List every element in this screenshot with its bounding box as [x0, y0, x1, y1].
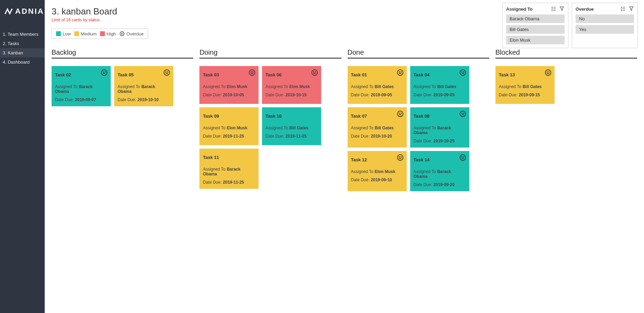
svg-point-32 — [463, 113, 464, 114]
filters: Assigned To Barack ObamaBill GatesElon M… — [502, 3, 638, 48]
card-assigned-row: Assigned ToElon Musk — [351, 169, 403, 174]
svg-point-40 — [547, 72, 547, 72]
assigned-label: Assigned To — [265, 84, 288, 89]
kanban-card[interactable]: Task 08Assigned ToBarack ObamaDate Due:2… — [410, 107, 469, 148]
nav-item[interactable]: 4. Dashboard — [0, 57, 45, 67]
legend-low: Low — [56, 31, 71, 36]
kanban-card[interactable]: Task 07Assigned ToBill GatesDate Due:201… — [348, 107, 407, 148]
svg-point-13 — [165, 72, 166, 72]
kanban-card[interactable]: Task 14Assigned ToBarack ObamaDate Due:2… — [410, 151, 469, 191]
checklist-icon[interactable] — [551, 6, 556, 12]
kanban-card[interactable]: Task 02Assigned ToBarack ObamaDate Due:2… — [52, 66, 111, 106]
kanban-column: DoneTask 01Assigned ToBill GatesDate Due… — [348, 48, 489, 191]
funnel-icon[interactable] — [629, 6, 634, 12]
card-due-row: Date Due:2019-11-25 — [265, 134, 318, 139]
sad-face-icon — [248, 69, 256, 76]
logo: ADNIA — [0, 0, 45, 30]
card-due-row: Date Due:2019-10-15 — [265, 93, 318, 97]
kanban-card[interactable]: Task 05Assigned ToBarack ObamaDate Due:2… — [114, 66, 173, 106]
card-due-row: Date Due:2019-09-15 — [499, 93, 551, 97]
filter-option[interactable]: Barack Obama — [506, 14, 565, 23]
kanban-card[interactable]: Task 09Assigned ToElon MuskDate Due:2019… — [199, 107, 259, 145]
svg-point-2 — [122, 33, 123, 33]
swatch-low-icon — [56, 31, 61, 36]
column-title: Doing — [199, 48, 341, 58]
brand-text: ADNIA — [15, 7, 44, 16]
card-assigned-row: Assigned ToBarack Obama — [55, 84, 107, 94]
due-value: 2019-10-10 — [138, 97, 159, 102]
sad-face-icon — [119, 31, 125, 36]
assigned-value: Bill Gates — [375, 84, 394, 89]
assigned-label: Assigned To — [203, 84, 225, 89]
card-due-row: Date Due:2019-10-05 — [203, 93, 255, 97]
sad-face-icon — [163, 69, 171, 76]
page-title: 3. kanban Board — [52, 6, 148, 17]
assigned-value: Bill Gates — [375, 126, 394, 130]
svg-point-21 — [397, 70, 403, 76]
kanban-board: BacklogTask 02Assigned ToBarack ObamaDat… — [52, 48, 637, 191]
card-task-name: Task 06 — [265, 72, 318, 77]
kanban-card[interactable]: Task 10Assigned ToBill GatesDate Due:201… — [262, 107, 321, 145]
svg-point-23 — [401, 72, 401, 72]
assigned-value: Elon Musk — [227, 84, 247, 89]
due-label: Date Due: — [265, 134, 284, 139]
filter-option[interactable]: Elon Musk — [506, 36, 565, 44]
nav-item[interactable]: 3. Kanban — [0, 48, 45, 57]
card-task-name: Task 10 — [265, 114, 318, 119]
svg-point-31 — [461, 113, 462, 114]
card-due-row: Date Due:2019-09-05 — [414, 93, 466, 97]
svg-point-20 — [315, 72, 316, 72]
kanban-card[interactable]: Task 04Assigned ToBill GatesDate Due:201… — [410, 66, 469, 104]
nav-item[interactable]: 2. Tasks — [0, 39, 45, 48]
card-task-name: Task 04 — [414, 72, 466, 77]
card-due-row: Date Due:2019-09-07 — [55, 97, 107, 102]
nav-item[interactable]: 1. Team Members — [0, 30, 45, 39]
svg-point-24 — [460, 70, 466, 76]
svg-point-37 — [461, 156, 462, 157]
assigned-value: Bill Gates — [289, 126, 308, 130]
kanban-card[interactable]: Task 01Assigned ToBill GatesDate Due:201… — [348, 66, 407, 104]
due-value: 2019-09-20 — [434, 182, 455, 187]
due-label: Date Due: — [203, 93, 221, 97]
filter-option[interactable]: No — [576, 14, 634, 23]
card-assigned-row: Assigned ToBarack Obama — [414, 169, 466, 179]
swatch-high-icon — [100, 31, 105, 36]
sad-face-icon — [100, 69, 108, 76]
card-task-name: Task 02 — [55, 72, 107, 77]
checklist-icon[interactable] — [620, 6, 626, 12]
card-task-name: Task 08 — [414, 114, 466, 119]
card-due-row: Date Due:2019-09-10 — [351, 177, 403, 182]
filter-option[interactable]: Bill Gates — [506, 25, 565, 34]
due-value: 2019-09-05 — [434, 93, 455, 97]
card-assigned-row: Assigned ToBill Gates — [351, 84, 403, 89]
kanban-card[interactable]: Task 11Assigned ToBarack ObamaDate Due:2… — [199, 149, 259, 189]
assigned-label: Assigned To — [414, 126, 436, 130]
assigned-label: Assigned To — [118, 84, 140, 89]
funnel-icon[interactable] — [559, 6, 565, 12]
kanban-card[interactable]: Task 13Assigned ToBill GatesDate Due:201… — [495, 66, 555, 104]
svg-point-11 — [105, 72, 106, 72]
card-task-name: Task 07 — [351, 114, 403, 119]
card-assigned-row: Assigned ToBill Gates — [265, 126, 318, 130]
assigned-label: Assigned To — [55, 84, 77, 89]
assigned-label: Assigned To — [351, 126, 373, 130]
svg-point-14 — [167, 72, 168, 72]
assigned-label: Assigned To — [351, 169, 373, 174]
filter-option[interactable]: Yes — [576, 25, 634, 34]
kanban-card[interactable]: Task 06Assigned ToElon MuskDate Due:2019… — [262, 66, 321, 104]
card-due-row: Date Due:2019-11-25 — [203, 180, 255, 185]
filter-overdue-title: Overdue — [576, 7, 594, 12]
kanban-card[interactable]: Task 03Assigned ToElon MuskDate Due:2019… — [199, 66, 259, 104]
kanban-card[interactable]: Task 12Assigned ToElon MuskDate Due:2019… — [348, 151, 407, 191]
assigned-value: Elon Musk — [375, 169, 395, 174]
card-due-row: Date Due:2019-09-20 — [414, 182, 466, 187]
assigned-value: Bill Gates — [437, 84, 456, 89]
svg-point-38 — [463, 156, 464, 157]
assigned-label: Assigned To — [203, 126, 225, 130]
svg-point-18 — [312, 70, 318, 76]
svg-point-0 — [120, 32, 124, 36]
legend-high: High — [100, 31, 116, 36]
filter-assigned-to: Assigned To Barack ObamaBill GatesElon M… — [502, 3, 568, 48]
due-label: Date Due: — [203, 134, 221, 139]
logo-icon — [4, 7, 13, 16]
